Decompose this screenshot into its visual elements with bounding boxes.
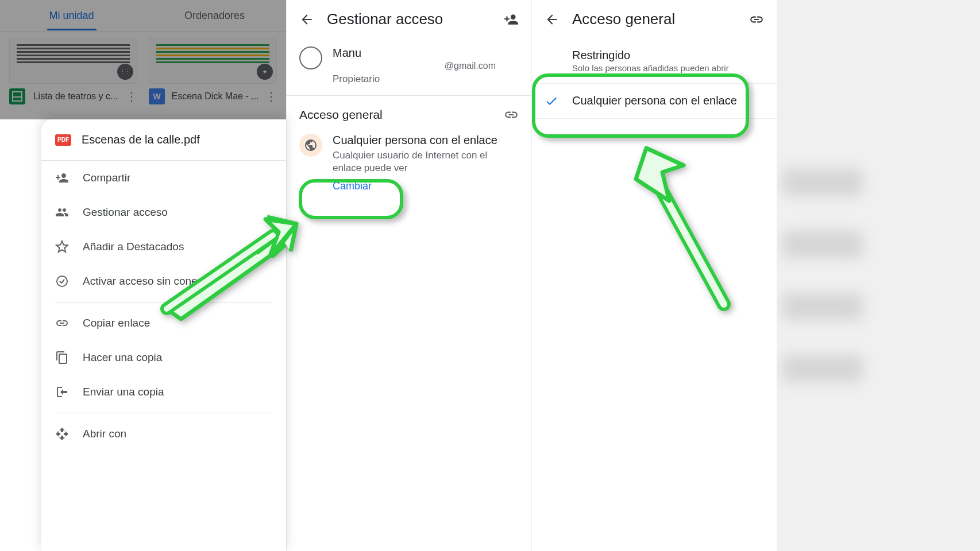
add-person-icon[interactable] — [504, 12, 519, 27]
change-button[interactable]: Cambiar — [333, 180, 519, 192]
more-icon[interactable]: ⋮ — [126, 90, 137, 103]
manage-access-panel: Gestionar acceso Manu @gmail.com Propiet… — [286, 0, 531, 551]
menu-label: Añadir a Destacados — [83, 240, 184, 253]
link-icon[interactable] — [504, 107, 519, 122]
files-row: ⋮⋮ Lista de teatros y c... ⋮ ★ — [0, 32, 286, 110]
section-title: Acceso general — [299, 108, 497, 122]
person-email: @gmail.com — [333, 61, 519, 71]
person-row[interactable]: Manu @gmail.com Propietario — [287, 38, 531, 96]
menu-open-with[interactable]: Abrir con — [41, 417, 286, 451]
menu-share[interactable]: Compartir — [41, 161, 286, 195]
star-icon — [55, 240, 69, 254]
back-icon[interactable] — [299, 12, 314, 27]
option-anyone-link[interactable]: Cualquier persona con el enlace — [532, 84, 777, 119]
drive-tabs: Mi unidad Ordenadores — [0, 0, 286, 32]
option-title: Restringido — [572, 49, 764, 62]
general-access-row[interactable]: Cualquier persona con el enlace Cualquie… — [287, 128, 531, 198]
bottom-sheet: PDF Escenas de la calle.pdf Compartir Ge… — [41, 119, 286, 551]
menu-send-copy[interactable]: Enviar una copia — [41, 375, 286, 409]
tab-my-drive[interactable]: Mi unidad — [0, 2, 143, 30]
file-thumbnail: ⋮⋮ — [9, 38, 137, 84]
general-access-panel: Acceso general Restringido Solo las pers… — [531, 0, 777, 551]
sheets-icon — [9, 88, 25, 104]
menu-manage-access[interactable]: Gestionar acceso — [41, 195, 286, 230]
open-with-icon — [55, 427, 69, 441]
menu-label: Activar acceso sin conexión — [83, 275, 217, 288]
menu-label: Copiar enlace — [83, 317, 150, 329]
decorative-blur — [777, 0, 980, 551]
word-icon: W — [149, 88, 165, 104]
file-name: Escena Dick Mae - ... — [169, 91, 261, 102]
person-name: Manu — [333, 46, 519, 60]
file-card[interactable]: ⋮⋮ Lista de teatros y c... ⋮ — [9, 38, 137, 104]
link-icon — [55, 316, 69, 330]
svg-point-0 — [57, 276, 67, 286]
menu-copy-link[interactable]: Copiar enlace — [41, 306, 286, 340]
file-card[interactable]: ★ W Escena Dick Mae - ... ⋮ — [149, 38, 277, 104]
option-title: Cualquier persona con el enlace — [572, 94, 764, 107]
avatar — [299, 46, 322, 69]
menu-label: Gestionar acceso — [83, 206, 168, 219]
sheet-file-title: Escenas de la calle.pdf — [82, 133, 200, 146]
people-icon — [55, 205, 69, 219]
access-description: Cualquier usuario de Internet con el enl… — [333, 149, 493, 174]
copy-icon — [55, 351, 69, 364]
page-title: Gestionar acceso — [327, 10, 491, 28]
link-icon[interactable] — [749, 12, 764, 27]
drive-panel: Mi unidad Ordenadores ⋮⋮ Lista de teatro… — [0, 0, 286, 551]
offline-icon — [55, 274, 69, 288]
file-thumbnail: ★ — [149, 38, 277, 84]
menu-label: Enviar una copia — [83, 386, 164, 398]
menu-add-starred[interactable]: Añadir a Destacados — [41, 230, 286, 264]
back-icon[interactable] — [545, 12, 560, 27]
check-icon — [545, 94, 558, 108]
star-badge-icon: ★ — [257, 64, 273, 80]
file-name: Lista de teatros y c... — [30, 91, 121, 102]
menu-label: Compartir — [83, 172, 130, 184]
option-description: Solo las personas añadidas pueden abrir — [572, 63, 764, 73]
menu-label: Hacer una copia — [83, 351, 162, 364]
pdf-icon: PDF — [55, 134, 71, 146]
person-add-icon — [55, 171, 69, 185]
badge-icon: ⋮⋮ — [117, 64, 133, 80]
send-icon — [55, 385, 69, 399]
option-restricted[interactable]: Restringido Solo las personas añadidas p… — [532, 38, 777, 84]
menu-offline[interactable]: Activar acceso sin conexión — [41, 264, 286, 298]
person-role: Propietario — [333, 73, 519, 85]
globe-icon — [299, 134, 322, 157]
menu-label: Abrir con — [83, 428, 126, 440]
tab-computers[interactable]: Ordenadores — [143, 2, 286, 30]
menu-make-copy[interactable]: Hacer una copia — [41, 340, 286, 375]
more-icon[interactable]: ⋮ — [265, 90, 277, 103]
page-title: Acceso general — [572, 10, 736, 28]
access-title: Cualquier persona con el enlace — [333, 134, 519, 147]
